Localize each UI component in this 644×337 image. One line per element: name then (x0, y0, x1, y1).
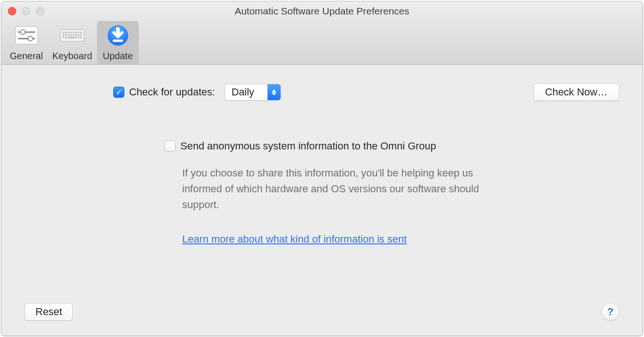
traffic-lights (8, 7, 44, 15)
checkmark-icon: ✓ (116, 88, 123, 96)
window-title: Automatic Software Update Preferences (1, 6, 643, 17)
svg-rect-17 (70, 34, 72, 36)
sliders-icon (14, 23, 39, 48)
update-pane: ✓ Check for updates: Daily Check Now… Se… (1, 65, 643, 336)
svg-rect-15 (65, 34, 67, 36)
pane-footer: Reset ? (25, 303, 619, 322)
svg-rect-22 (62, 37, 64, 39)
download-arrow-icon (105, 23, 130, 48)
toolbar-item-label: Keyboard (52, 51, 92, 61)
svg-rect-8 (68, 32, 69, 34)
svg-rect-26 (80, 37, 82, 39)
titlebar: Automatic Software Update Preferences (1, 1, 643, 21)
help-button[interactable]: ? (602, 303, 619, 321)
toolbar-item-label: Update (103, 51, 133, 61)
check-for-updates-label: Check for updates: (129, 86, 215, 98)
help-icon: ? (607, 306, 613, 318)
learn-more-link[interactable]: Learn more about what kind of informatio… (182, 233, 407, 245)
send-anonymous-description: If you choose to share this information,… (182, 165, 500, 213)
svg-rect-25 (78, 37, 80, 39)
svg-rect-6 (62, 32, 64, 34)
check-for-updates-row: ✓ Check for updates: Daily Check Now… (113, 83, 619, 101)
svg-rect-21 (80, 34, 82, 36)
preferences-window: Automatic Software Update Preferences Ge… (1, 1, 643, 336)
check-for-updates-checkbox[interactable]: ✓ (113, 87, 124, 98)
svg-rect-14 (62, 34, 64, 36)
titlebar-toolbar-area: Automatic Software Update Preferences Ge… (1, 1, 643, 65)
send-anonymous-checkbox[interactable] (164, 141, 176, 152)
svg-rect-23 (65, 37, 67, 39)
svg-rect-9 (70, 32, 72, 34)
send-anonymous-label: Send anonymous system information to the… (180, 140, 436, 152)
chevron-up-down-icon (267, 84, 281, 100)
close-window-button[interactable] (8, 7, 16, 15)
svg-rect-28 (116, 28, 120, 34)
anonymous-info-block: Send anonymous system information to the… (164, 140, 500, 245)
svg-rect-7 (65, 32, 67, 34)
svg-rect-13 (80, 32, 82, 34)
svg-rect-19 (75, 34, 77, 36)
svg-rect-24 (68, 37, 77, 39)
svg-rect-18 (73, 34, 75, 36)
svg-rect-29 (113, 40, 123, 42)
reset-button[interactable]: Reset (25, 303, 73, 321)
toolbar-item-update[interactable]: Update (97, 21, 139, 64)
svg-rect-20 (78, 34, 80, 36)
preferences-toolbar: General Keyboard (1, 21, 643, 64)
update-frequency-value: Daily (225, 84, 267, 100)
zoom-window-button[interactable] (36, 7, 44, 15)
minimize-window-button[interactable] (22, 7, 30, 15)
toolbar-item-general[interactable]: General (5, 21, 48, 64)
update-frequency-popup[interactable]: Daily (225, 84, 281, 101)
toolbar-item-label: General (10, 51, 43, 61)
keyboard-icon (60, 23, 85, 48)
svg-rect-16 (68, 34, 69, 36)
svg-point-4 (28, 36, 33, 41)
svg-rect-0 (15, 27, 38, 44)
check-now-button[interactable]: Check Now… (534, 83, 619, 101)
svg-point-3 (21, 30, 25, 34)
svg-rect-10 (73, 32, 75, 34)
svg-rect-11 (75, 32, 77, 34)
toolbar-item-keyboard[interactable]: Keyboard (48, 21, 97, 64)
svg-rect-12 (78, 32, 80, 34)
